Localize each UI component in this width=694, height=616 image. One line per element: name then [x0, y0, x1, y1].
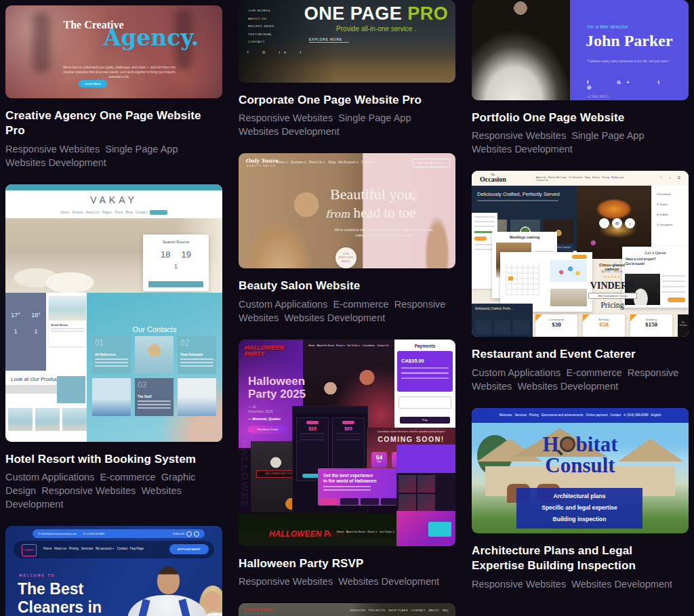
hero-paragraph: We're excited to offer a variety of serv… — [333, 228, 435, 238]
project-title[interactable]: Halloween Party RSVP — [239, 556, 454, 571]
logo-word: Occasion — [480, 176, 506, 183]
appointment-button: APPOINTMENT — [169, 544, 209, 554]
follow-label: Follow US — [174, 533, 184, 535]
menu-item: TESTIMONIAL — [248, 33, 274, 36]
contacts-heading: Our Contacts — [87, 325, 222, 333]
learn-more-button: Learn More — [79, 80, 107, 87]
project-card-beauty-salon: Only Yours BEAUTY SALON Home ∨ Services … — [239, 153, 455, 324]
mini-hero-panel: Deliciously Crafted, Perfe… — [472, 304, 533, 337]
vindern-tagline: Web Development / Design — [588, 293, 637, 299]
project-thumbnail-beauty-salon[interactable]: Only Yours BEAUTY SALON Home ∨ Services … — [239, 153, 455, 268]
explore-more-button: EXPLORE MORE → — [309, 38, 349, 43]
site-logo: CLEANERS — [22, 544, 37, 556]
project-tags[interactable]: Responsive Websites Single Page App Webs… — [5, 142, 222, 169]
quote-heading: Get a Quote — [622, 250, 689, 255]
schedule-pill — [361, 498, 379, 505]
hero-heading-line1: Beautiful you, — [293, 186, 453, 203]
project-thumbnail-halloween[interactable]: Home About the Event Event ∨ Get Ticket … — [239, 340, 455, 546]
search-rooms-title: Search Rooms — [143, 240, 209, 244]
project-title[interactable]: Beauty Salon Website — [239, 279, 454, 293]
book-a-visit-button: BOOK A VISIT — [413, 159, 450, 167]
site-nav: Home Rooms About Us Pages Tours Blog Con… — [5, 210, 222, 215]
hero-subtitle: Provide all-in-one service . — [300, 25, 453, 33]
venue-photo — [417, 494, 435, 512]
payment-amount: CA$35.00 — [401, 358, 453, 364]
hero-heading: Halloween Party 2025 — [248, 375, 326, 401]
footer-nav: Home About the Event Event ∨ Get Ticket … — [330, 526, 401, 537]
project-title[interactable]: Hotel Resort with Booking System — [5, 452, 221, 467]
price-value: $35 — [297, 426, 328, 431]
project-tags[interactable]: Responsive Websites Websites Development — [239, 575, 455, 588]
date-value: 17° — [11, 312, 20, 319]
project-thumbnail-hotel-resort[interactable]: VAKAY Home Rooms About Us Pages Tours Bl… — [5, 184, 222, 442]
price-card-birthday: Birthday $50 — [583, 314, 625, 337]
service-line: Specific and legal expertise — [516, 504, 642, 511]
price-value: $50 — [583, 321, 625, 328]
tile-title: Time Schedule — [180, 353, 216, 356]
hero-title-line2: Agency. — [87, 24, 216, 51]
portfolio-column-3: I'm a film director John Parker "I belie… — [472, 0, 689, 606]
project-title[interactable]: Corporate One Page Website Pro — [239, 93, 454, 108]
project-card-restaurant: TheOccasion About Us Events We Cater Our… — [472, 171, 689, 392]
project-tags[interactable]: Responsive Websites Single Page App Webs… — [472, 129, 689, 156]
portfolio-column-2: OUR WORKS ABOUT US RECENT NEWS TESTIMONI… — [239, 0, 455, 616]
payments-card: Payments CA$35.00 Pay — [394, 340, 455, 429]
footer-logo-card: The Occasion — [678, 314, 689, 337]
schedule-pill — [340, 498, 359, 505]
hero-heading: The Best Cleaners in Town — [18, 580, 129, 616]
price-value: $150 — [630, 321, 672, 328]
tile-number: 01 — [95, 338, 131, 348]
check-in-date: 18 — [161, 249, 170, 260]
project-thumbnail-portfolio[interactable]: I'm a film director John Parker "I belie… — [472, 0, 689, 100]
project-title[interactable]: Portfolio One Page Website — [472, 110, 687, 125]
price-value: $30 — [535, 321, 577, 328]
project-thumbnail-corporate[interactable]: OUR WORKS ABOUT US RECENT NEWS TESTIMONI… — [239, 0, 455, 83]
contacts-section: Our Contacts 01 All Reference 02 Time Sc… — [87, 293, 222, 442]
food-photo — [513, 321, 529, 334]
menu-item: ABOUT US — [248, 17, 274, 20]
logo-line2: Consult — [545, 453, 615, 477]
project-tags[interactable]: Responsive Websites Single Page App Webs… — [239, 111, 455, 138]
contact-tile-reference: 01 All Reference — [92, 336, 131, 374]
site-topbar — [5, 184, 222, 190]
countdown-days: 54 — [371, 454, 387, 461]
shop-tile — [57, 376, 85, 403]
project-thumbnail-architecture[interactable]: Welcome Services Pricing Documents and a… — [472, 408, 689, 533]
calendar-selected-date — [508, 276, 513, 281]
guest-value: 1 — [14, 328, 17, 335]
weddings-heading: Weddings catering — [492, 235, 557, 239]
payments-title: Payments — [394, 344, 455, 348]
project-thumbnail-plans-kaart[interactable]: Plans Kaart SERVICES PROJECTS SHOP PLANS… — [239, 603, 455, 616]
project-thumbnail-cleaners[interactable]: ✉ info@thebestcleanersintown.com ✆ +1 23… — [5, 526, 222, 616]
project-thumbnail-restaurant[interactable]: TheOccasion About Us Events We Cater Our… — [472, 171, 689, 337]
venue-heading — [396, 445, 455, 473]
project-tags[interactable]: Responsive Websites Websites Development — [472, 577, 689, 591]
social-link: ◎ Instagram — [657, 223, 689, 226]
date-value: 18° — [31, 312, 41, 319]
menu-item: RECENT NEWS — [248, 24, 274, 28]
logo-rest: bitat — [576, 432, 618, 456]
menu-item: CONTACT — [248, 40, 274, 43]
site-nav: Welcome Services Pricing Documents and a… — [472, 408, 689, 423]
product-photo — [35, 408, 60, 431]
project-tags[interactable]: Custom Applications E-commerce Responsiv… — [472, 366, 689, 393]
project-title[interactable]: Restaurant and Event Caterer — [472, 347, 687, 362]
project-tags[interactable]: Custom Applications E-commerce Responsiv… — [239, 297, 455, 325]
calendar-card — [500, 252, 592, 312]
contact-photo-tile — [92, 378, 131, 416]
mini-site-header — [293, 407, 367, 413]
email-text: ✉ info@thebestcleanersintown.com — [38, 533, 77, 535]
event-date: — 21 November, 2025 — [248, 405, 273, 415]
hero-name: John Parker — [586, 32, 673, 50]
hero-kicker: WELCOME TO — [19, 574, 55, 577]
hero-script-word: from — [325, 208, 350, 220]
project-title[interactable]: Creative Agency One Page Website Pro — [5, 108, 221, 139]
hero-title: ONE PAGE — [304, 3, 408, 24]
price-value: $65 — [333, 426, 364, 431]
service-line: Building inspection — [516, 516, 642, 522]
pricing-heading: Pricing — [580, 300, 645, 310]
project-tags[interactable]: Custom Applications E-commerce Graphic D… — [5, 470, 222, 511]
project-thumbnail-creative-agency[interactable]: The Creative Agency. We're here to under… — [5, 5, 222, 98]
project-title[interactable]: Architecture Plans and Legal Expertise B… — [472, 543, 687, 574]
tile-number: 02 — [180, 338, 216, 348]
